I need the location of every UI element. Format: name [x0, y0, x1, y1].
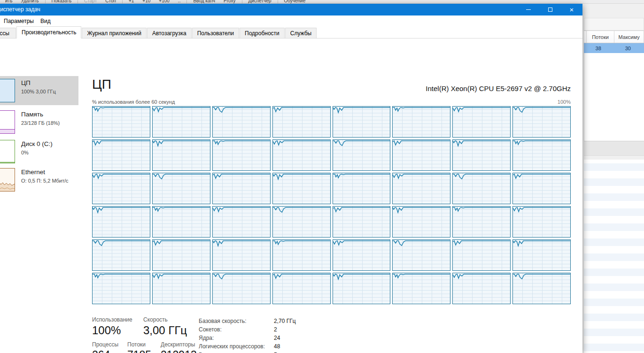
menu-item-параметры[interactable]: Параметры [0, 16, 37, 26]
cpu-core-cell[interactable] [452, 106, 511, 138]
sidebar-item-memory[interactable]: Память23/128 ГБ (18%) [0, 107, 78, 137]
tab-1[interactable]: Процессы [0, 28, 16, 38]
cpu-core-cell[interactable] [512, 106, 571, 138]
cpu-core-cell[interactable] [512, 139, 571, 171]
cpu-core-cell[interactable] [92, 206, 150, 238]
core-usage-sparkline [513, 240, 570, 247]
core-usage-sparkline [333, 173, 390, 181]
menu-item-вид[interactable]: Вид [37, 16, 54, 26]
toolbar-item[interactable]: Показать [47, 0, 76, 4]
cpu-core-cell[interactable] [272, 239, 331, 271]
cpu-core-cell[interactable] [152, 173, 210, 204]
cpu-core-cell[interactable] [333, 206, 391, 238]
tab-2[interactable]: Производительность [16, 26, 81, 38]
cpu-core-cell[interactable] [452, 273, 511, 304]
cpu-core-cell[interactable] [152, 273, 210, 304]
toolbar-item[interactable]: Ввод капч [189, 0, 219, 4]
toolbar-item[interactable]: Proxy [219, 0, 240, 4]
tab-strip: ПроцессыПроизводительностьЖурнал приложе… [0, 26, 582, 38]
cpu-core-cell[interactable] [512, 206, 571, 238]
cpu-core-cell[interactable] [92, 106, 150, 138]
stat-label: Использование [92, 316, 132, 323]
sidebar-item-disk[interactable]: Диск 0 (C:)0% [0, 137, 78, 166]
sidebar-item-name: Диск 0 (C:) [21, 140, 53, 147]
titlebar[interactable]: Диспетчер задач × [0, 4, 582, 15]
cpu-core-cell[interactable] [92, 239, 150, 271]
toolbar-item[interactable]: Старт [80, 0, 101, 4]
cpu-core-cell[interactable] [92, 139, 150, 171]
cpu-core-cell[interactable] [452, 206, 511, 238]
cpu-core-cell[interactable] [333, 239, 391, 271]
cpu-core-cell[interactable] [272, 106, 331, 138]
cpu-core-cell[interactable] [92, 173, 150, 204]
cpu-core-cell[interactable] [452, 173, 511, 204]
background-table-selected-row[interactable]: 3830 [584, 43, 644, 53]
cpu-core-cell[interactable] [272, 273, 331, 304]
cpu-core-cell[interactable] [272, 139, 331, 171]
cpu-core-cell[interactable] [333, 139, 391, 171]
toolbar-item[interactable]: Удалить [16, 0, 43, 4]
core-usage-sparkline [273, 273, 330, 281]
toolbar-item[interactable]: Диспетчер [244, 0, 276, 4]
cpu-core-cell[interactable] [333, 173, 391, 204]
tab-3[interactable]: Журнал приложений [82, 28, 146, 38]
toolbar-item[interactable]: ить [1, 0, 16, 4]
cpu-core-cell[interactable] [392, 139, 450, 171]
sidebar-item-ethernet[interactable]: EthernetО: 0,5 П: 5,2 Мбит/с [0, 165, 78, 194]
toolbar-item[interactable]: +1 [124, 0, 138, 4]
cpu-core-cell[interactable] [272, 206, 331, 238]
cpu-core-cell[interactable] [152, 106, 210, 138]
toolbar-item[interactable]: +10 [138, 0, 155, 4]
core-usage-sparkline [393, 240, 450, 247]
core-usage-sparkline [393, 173, 450, 181]
cpu-details: Базовая скорость:2,70 ГГцСокетов:2Ядра:2… [199, 317, 300, 353]
cpu-core-cell[interactable] [212, 206, 271, 238]
cpu-core-cell[interactable] [392, 273, 450, 304]
cpu-core-cell[interactable] [212, 139, 271, 171]
cpu-core-cell[interactable] [212, 106, 271, 138]
cpu-core-cell[interactable] [452, 239, 511, 271]
graph-caption: % использования более 60 секунд [92, 99, 175, 105]
cpu-core-cell[interactable] [212, 173, 271, 204]
tab-7[interactable]: Службы [285, 28, 317, 38]
cpu-core-cell[interactable] [272, 173, 331, 204]
cpu-core-cell[interactable] [512, 173, 571, 204]
cpu-core-cell[interactable] [392, 106, 450, 138]
cpu-core-cell[interactable] [92, 273, 150, 304]
cpu-core-cell[interactable] [512, 273, 571, 304]
toolbar-item[interactable]: +100 [155, 0, 174, 4]
bg-column-header[interactable]: Потоки [587, 31, 614, 43]
cpu-core-cell[interactable] [392, 239, 450, 271]
cpu-core-cell[interactable] [212, 239, 271, 271]
cpu-core-cell[interactable] [212, 273, 271, 304]
close-button[interactable]: × [561, 4, 582, 15]
cpu-core-cell[interactable] [333, 106, 391, 138]
cpu-core-cell[interactable] [333, 273, 391, 304]
sidebar-item-cpu[interactable]: ЦП100% 3,00 ГГц [0, 76, 78, 105]
toolbar-separator [242, 0, 242, 4]
ethernet-thumbnail-graph [0, 168, 15, 192]
cpu-core-cell[interactable] [152, 139, 210, 171]
cpu-core-cell[interactable] [452, 139, 511, 171]
tab-4[interactable]: Автозагрузка [147, 28, 192, 38]
core-usage-sparkline [153, 107, 210, 114]
tab-5[interactable]: Пользователи [192, 28, 239, 38]
toolbar-item[interactable]: Стоп [101, 0, 120, 4]
stat-value: 264 [92, 349, 118, 353]
cpu-core-cell[interactable] [392, 206, 450, 238]
cpu-core-cell[interactable] [152, 206, 210, 238]
minimize-icon [526, 9, 531, 10]
cpu-core-grid[interactable] [92, 106, 571, 304]
minimize-button[interactable] [518, 4, 539, 15]
cpu-core-cell[interactable] [392, 173, 450, 204]
detail-value: 2,70 ГГц [274, 318, 296, 324]
bg-column-header[interactable]: Максиму [614, 31, 644, 43]
close-icon: × [570, 6, 574, 13]
cpu-core-cell[interactable] [152, 239, 210, 271]
maximize-button[interactable] [539, 4, 561, 15]
toolbar-item[interactable]: .. [174, 0, 185, 4]
tab-6[interactable]: Подробности [240, 28, 285, 38]
cpu-core-cell[interactable] [512, 239, 571, 271]
core-usage-sparkline [453, 273, 510, 281]
toolbar-item[interactable]: Обучение [280, 0, 310, 4]
